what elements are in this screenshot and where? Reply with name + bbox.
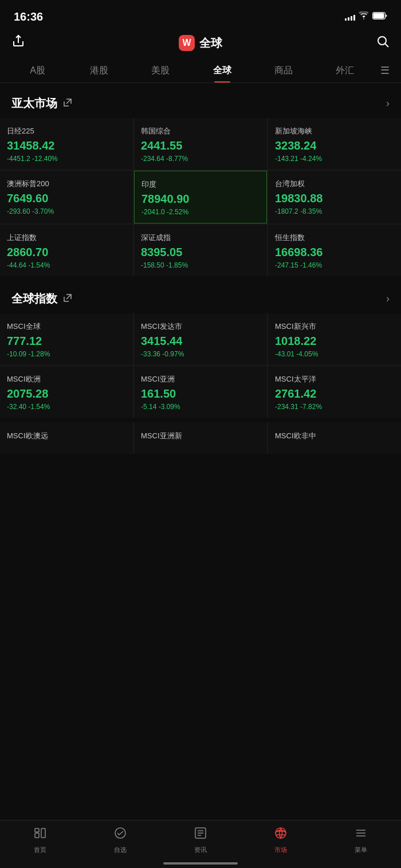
card-value: 2860.70 (7, 245, 126, 259)
card-change: -2041.0 -2.52% (141, 208, 260, 216)
header: W 全球 (0, 30, 401, 58)
card-msci-developed[interactable]: MSCI发达市 3415.44 -33.36 -0.97% (134, 313, 267, 365)
card-change: -4451.2 -12.40% (7, 155, 126, 163)
battery-icon (372, 12, 387, 21)
asia-pacific-title-group: 亚太市场 (11, 96, 72, 111)
card-shanghai[interactable]: 上证指数 2860.70 -44.64 -1.54% (0, 225, 133, 276)
card-value: 8395.05 (141, 245, 260, 259)
card-msci-emerging[interactable]: MSCI新兴市 1018.22 -43.01 -4.05% (268, 313, 401, 365)
home-indicator (163, 862, 238, 865)
tab-commodities[interactable]: 商品 (253, 59, 314, 83)
card-msci-europe[interactable]: MSCI欧洲 2075.28 -32.40 -1.54% (0, 366, 133, 418)
card-hangseng[interactable]: 恒生指数 16698.36 -247.15 -1.46% (268, 225, 401, 276)
card-change: -44.64 -1.54% (7, 261, 126, 269)
card-name: 深证成指 (141, 233, 260, 243)
card-nikkei225[interactable]: 日经225 31458.42 -4451.2 -12.40% (0, 118, 133, 170)
card-msci-eafe[interactable]: MSCI欧澳远 (0, 422, 133, 454)
card-name: MSCI亚洲 (141, 374, 260, 384)
home-icon (33, 826, 47, 843)
nav-home[interactable]: 首页 (0, 826, 80, 854)
card-value: 777.12 (7, 334, 126, 348)
card-name: MSCI欧洲 (7, 374, 126, 384)
card-asx200[interactable]: 澳洲标普200 7649.60 -293.60 -3.70% (0, 171, 133, 223)
card-kospi[interactable]: 韩国综合 2441.55 -234.64 -8.77% (134, 118, 267, 170)
nav-home-label: 首页 (34, 846, 46, 854)
card-name: 上证指数 (7, 233, 126, 243)
nav-news-label: 资讯 (194, 846, 207, 854)
card-name: 澳洲标普200 (7, 179, 126, 189)
svg-point-3 (378, 37, 386, 45)
card-change: -143.21 -4.24% (275, 155, 394, 163)
share-icon[interactable] (11, 34, 25, 52)
tab-more-icon[interactable]: ☰ (376, 58, 394, 83)
search-button[interactable] (376, 34, 390, 52)
nav-market[interactable]: 市场 (241, 826, 321, 854)
tab-a-shares[interactable]: A股 (7, 59, 68, 83)
svg-point-8 (115, 828, 125, 838)
news-icon (194, 826, 207, 843)
status-bar: 16:36 (0, 0, 401, 30)
nav-market-label: 市场 (274, 846, 287, 854)
nav-watchlist[interactable]: 自选 (80, 826, 160, 854)
header-title: 全球 (199, 36, 222, 51)
card-value: 161.50 (141, 387, 260, 400)
asia-pacific-arrow-icon[interactable]: › (386, 97, 390, 109)
partial-bottom-grid: MSCI欧澳远 MSCI亚洲新 MSCI欧非中 (0, 422, 401, 454)
card-change: -247.15 -1.46% (275, 261, 394, 269)
signal-icon (345, 13, 355, 21)
card-name: MSCI亚洲新 (141, 431, 182, 440)
svg-rect-1 (374, 13, 384, 19)
card-value: 3238.24 (275, 139, 394, 152)
w-badge: W (179, 35, 195, 51)
card-name: 韩国综合 (141, 126, 260, 136)
nav-news[interactable]: 资讯 (160, 826, 241, 854)
card-value: 19830.88 (275, 191, 394, 205)
card-msci-acwi-ex[interactable]: MSCI欧非中 (268, 422, 401, 454)
tab-us-shares[interactable]: 美股 (130, 59, 191, 83)
card-name: MSCI太平洋 (275, 374, 394, 384)
card-name: 新加坡海峡 (275, 126, 394, 136)
card-msci-pacific[interactable]: MSCI太平洋 2761.42 -234.31 -7.82% (268, 366, 401, 418)
market-icon (274, 826, 288, 843)
card-value: 31458.42 (7, 139, 126, 152)
card-change: -234.31 -7.82% (275, 403, 394, 411)
card-name: MSCI欧澳远 (7, 431, 48, 440)
nav-menu[interactable]: 菜单 (321, 826, 401, 854)
card-name: 印度 (141, 179, 260, 190)
svg-point-13 (276, 828, 286, 838)
card-change: -43.01 -4.05% (275, 350, 394, 358)
card-singapore[interactable]: 新加坡海峡 3238.24 -143.21 -4.24% (268, 118, 401, 170)
global-index-link-icon[interactable] (63, 293, 72, 305)
menu-icon (354, 826, 368, 843)
asia-pacific-link-icon[interactable] (63, 98, 72, 109)
card-change: -293.60 -3.70% (7, 207, 126, 215)
card-value: 16698.36 (275, 245, 394, 259)
tab-forex[interactable]: 外汇 (314, 59, 376, 83)
global-index-title: 全球指数 (11, 291, 57, 307)
card-shenzhen[interactable]: 深证成指 8395.05 -158.50 -1.85% (134, 225, 267, 276)
card-change: -234.64 -8.77% (141, 155, 260, 163)
card-india[interactable]: 印度 78940.90 -2041.0 -2.52% (134, 171, 267, 223)
global-index-title-group: 全球指数 (11, 291, 72, 307)
tab-global[interactable]: 全球 (191, 59, 253, 83)
global-index-arrow-icon[interactable]: › (386, 293, 390, 305)
card-change: -5.14 -3.09% (141, 403, 260, 411)
card-msci-world[interactable]: MSCI全球 777.12 -10.09 -1.28% (0, 313, 133, 365)
asia-pacific-title: 亚太市场 (11, 96, 57, 111)
nav-watchlist-label: 自选 (114, 846, 127, 854)
tab-hk-shares[interactable]: 港股 (68, 59, 129, 83)
header-title-group: W 全球 (179, 35, 222, 51)
svg-rect-5 (35, 828, 39, 832)
watchlist-icon (113, 826, 127, 843)
card-name: 日经225 (7, 126, 126, 136)
global-index-section-header: 全球指数 › (0, 281, 401, 313)
asia-pacific-section-header: 亚太市场 › (0, 85, 401, 118)
card-change: -32.40 -1.54% (7, 403, 126, 411)
card-msci-asia-new[interactable]: MSCI亚洲新 (134, 422, 267, 454)
card-name: MSCI发达市 (141, 321, 260, 332)
card-value: 1018.22 (275, 334, 394, 348)
card-msci-asia[interactable]: MSCI亚洲 161.50 -5.14 -3.09% (134, 366, 267, 418)
global-index-grid: MSCI全球 777.12 -10.09 -1.28% MSCI发达市 3415… (0, 313, 401, 418)
card-name: MSCI欧非中 (275, 431, 316, 440)
card-taiwan[interactable]: 台湾加权 19830.88 -1807.2 -8.35% (268, 171, 401, 223)
